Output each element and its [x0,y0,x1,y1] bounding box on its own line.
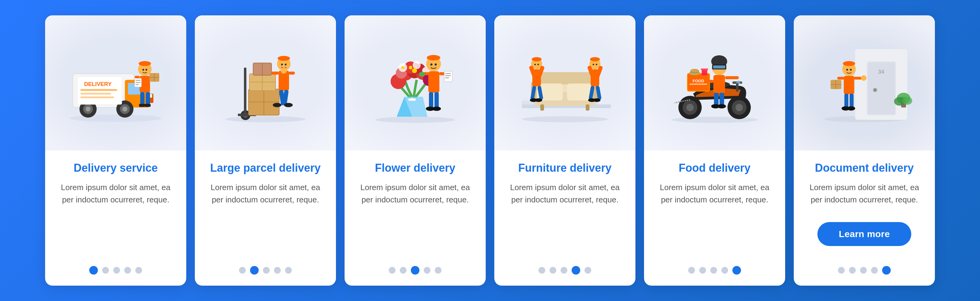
card-large-parcel-dots [239,259,292,275]
card-flower-delivery-description: Lorem ipsum dolor sit amet, ea per indoc… [358,181,472,206]
dot-5[interactable] [435,267,442,274]
svg-point-63 [285,64,286,66]
dot-4[interactable] [721,267,728,274]
dot-4[interactable] [124,267,131,274]
svg-rect-109 [540,104,544,110]
card-food-delivery-description: Lorem ipsum dolor sit amet, ea per indoc… [657,181,772,206]
svg-point-96 [431,64,433,66]
svg-point-164 [718,104,726,109]
svg-point-133 [593,64,594,66]
card-delivery-service: DELIVERY [45,15,186,286]
card-flower-delivery-content: Flower delivery Lorem ipsum dolor sit am… [345,150,486,275]
dot-2[interactable] [102,267,109,274]
svg-rect-29 [145,104,151,107]
dot-1[interactable] [838,267,845,274]
dot-2[interactable] [849,267,856,274]
dot-5[interactable] [285,267,292,274]
svg-rect-125 [591,58,598,61]
card-furniture-delivery-title: Furniture delivery [518,162,611,175]
svg-rect-93 [434,92,439,109]
svg-point-98 [522,116,608,122]
card-food-delivery-dots [688,259,741,275]
dot-1[interactable] [89,266,98,275]
card-food-delivery-content: Food delivery Lorem ipsum dolor sit amet… [644,150,785,275]
dot-5[interactable] [135,267,142,274]
dot-1[interactable] [538,267,545,274]
dot-3[interactable] [560,267,567,274]
card-furniture-delivery: Furniture delivery Lorem ipsum dolor sit… [494,15,635,286]
illustration-large-parcel [195,15,336,150]
svg-rect-181 [837,77,844,80]
svg-rect-113 [533,58,540,61]
dot-4[interactable] [274,267,281,274]
svg-rect-180 [844,76,854,94]
svg-rect-39 [244,67,247,117]
svg-point-60 [273,103,282,107]
svg-point-132 [593,98,600,102]
card-delivery-service-title: Delivery service [74,162,158,175]
parcel-illustration [213,31,318,135]
flower-illustration [363,31,467,135]
document-illustration: 34 [812,31,916,135]
card-large-parcel-content: Large parcel delivery Lorem ipsum dolor … [195,150,336,275]
svg-point-151 [690,69,699,72]
svg-point-134 [596,64,597,66]
card-furniture-delivery-content: Furniture delivery Lorem ipsum dolor sit… [494,150,635,275]
card-flower-delivery-dots [389,259,442,275]
svg-point-191 [846,69,848,70]
svg-point-64 [281,67,287,74]
svg-point-192 [850,69,852,70]
svg-rect-162 [719,93,724,106]
svg-rect-83 [428,56,439,60]
svg-rect-104 [534,72,595,85]
svg-text:DELIVERY: DELIVERY [84,81,111,87]
svg-rect-27 [146,92,150,105]
svg-point-138 [735,104,743,111]
svg-rect-16 [80,96,114,98]
dot-4[interactable] [572,266,580,275]
card-furniture-delivery-description: Lorem ipsum dolor sit amet, ea per indoc… [508,181,622,206]
card-document-delivery-dots [838,259,891,275]
dot-3[interactable] [411,266,420,275]
dot-5[interactable] [584,267,591,274]
svg-rect-57 [289,72,295,75]
svg-rect-88 [445,73,451,74]
svg-point-65 [375,117,455,123]
dot-5[interactable] [732,266,741,275]
svg-point-171 [874,89,876,91]
svg-point-121 [535,64,536,66]
dot-5[interactable] [882,266,891,275]
dot-3[interactable] [113,267,120,274]
learn-more-button[interactable]: Learn more [818,222,911,246]
dot-1[interactable] [389,267,396,274]
svg-rect-87 [444,71,452,82]
svg-rect-28 [139,104,145,107]
dot-4[interactable] [871,267,878,274]
svg-rect-187 [845,94,848,109]
dot-1[interactable] [239,267,246,274]
dot-2[interactable] [699,267,706,274]
dot-1[interactable] [688,267,695,274]
dot-3[interactable] [710,267,717,274]
card-furniture-delivery-dots [538,259,591,275]
dot-2[interactable] [549,267,556,274]
card-food-delivery: FOOD [644,15,785,286]
svg-rect-153 [701,69,708,70]
dot-3[interactable] [263,267,270,274]
dot-4[interactable] [424,267,431,274]
svg-point-75 [413,61,421,69]
svg-rect-84 [428,71,439,93]
svg-point-31 [145,69,147,70]
dot-2[interactable] [250,266,259,275]
svg-rect-15 [80,93,111,94]
dot-3[interactable] [860,267,867,274]
svg-rect-157 [713,66,725,69]
svg-rect-33 [135,80,140,81]
svg-rect-35 [135,84,139,85]
svg-point-186 [861,75,867,81]
svg-point-8 [86,107,91,112]
svg-text:FOOD: FOOD [692,78,704,83]
dot-2[interactable] [400,267,407,274]
svg-rect-179 [845,62,854,66]
svg-point-120 [535,98,542,102]
